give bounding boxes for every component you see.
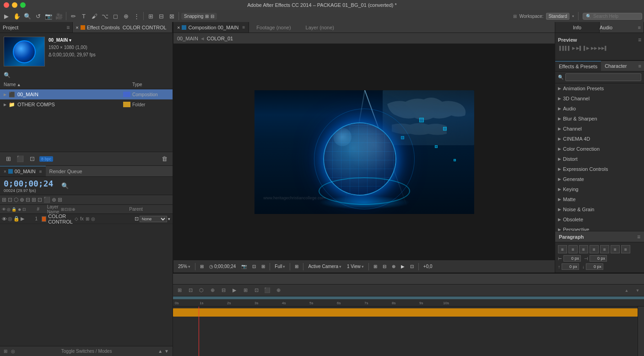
effect-cinema4d[interactable]: ▶ CINEMA 4D bbox=[555, 134, 644, 144]
align-justify-left-btn[interactable]: ≡ bbox=[590, 245, 599, 253]
lock-icon[interactable]: 🔒 bbox=[13, 216, 20, 222]
indent-right-input[interactable] bbox=[590, 255, 607, 262]
tl-tool-9[interactable]: ⬛ bbox=[263, 286, 272, 295]
parent-dropdown[interactable]: ▾ bbox=[168, 217, 170, 221]
motion-blur-btn[interactable]: ⊟ bbox=[381, 263, 388, 270]
effect-animation-presets[interactable]: ▶ Animation Presets bbox=[555, 83, 644, 93]
lc-icon-6[interactable]: ⊞ bbox=[32, 197, 36, 203]
render-queue-tab[interactable]: Render Queue bbox=[46, 166, 86, 176]
align-center-btn[interactable]: ≡ bbox=[568, 245, 578, 253]
tool-puppet[interactable]: ⋮ bbox=[132, 11, 141, 21]
zoom-control[interactable]: 25% ▾ bbox=[176, 263, 192, 270]
info-tab[interactable]: Info bbox=[555, 22, 600, 33]
project-item-00main[interactable]: ▶ ⬛ 00_MAIN Composition bbox=[0, 89, 173, 99]
tool-camera2[interactable]: 🎥 bbox=[54, 11, 64, 21]
tl-tool-2[interactable]: ⊡ bbox=[186, 286, 195, 295]
layer-bar-color-control[interactable] bbox=[173, 308, 638, 317]
tool-zoom[interactable]: 🔍 bbox=[23, 11, 32, 21]
effect-obsolete[interactable]: ▶ Obsolete bbox=[555, 214, 644, 225]
tool-camera[interactable]: 📷 bbox=[44, 11, 53, 21]
effect-noise-grain[interactable]: ▶ Noise & Grain bbox=[555, 204, 644, 214]
tl-close-btn[interactable]: × bbox=[4, 169, 6, 174]
camera-dropdown[interactable]: ▾ bbox=[339, 264, 341, 269]
zoom-dropdown[interactable]: ▾ bbox=[188, 264, 190, 269]
effects-presets-tab[interactable]: Effects & Presets bbox=[555, 61, 601, 71]
effect-3d-channel[interactable]: ▶ 3D Channel bbox=[555, 93, 644, 104]
layer-blend-icon[interactable]: ◎ bbox=[91, 216, 95, 221]
import-btn[interactable]: ⊡ bbox=[27, 154, 37, 164]
lc-icon-3[interactable]: ⬡ bbox=[14, 197, 18, 203]
effect-expression-controls[interactable]: ▶ Expression Controls bbox=[555, 164, 644, 174]
tl-tool-10[interactable]: ⊕ bbox=[274, 286, 283, 295]
audio-menu[interactable]: ≡ bbox=[635, 25, 644, 30]
maximize-button[interactable] bbox=[20, 2, 26, 8]
snapshot-btn[interactable]: 📷 bbox=[239, 263, 249, 270]
timecode-display[interactable]: ◷ 0;00;00;24 bbox=[207, 263, 238, 270]
search-bar[interactable]: 🔍 bbox=[583, 13, 642, 20]
effect-blur-sharpen[interactable]: ▶ Blur & Sharpen bbox=[555, 114, 644, 124]
layer-name[interactable]: COLOR CONTROL bbox=[48, 214, 73, 225]
breadcrumb-00main[interactable]: 00_MAIN bbox=[177, 36, 198, 41]
tool-roto[interactable]: ⊕ bbox=[121, 11, 130, 21]
tl-tool-1[interactable]: ⊞ bbox=[175, 286, 184, 295]
tl-tool-8[interactable]: ⊡ bbox=[252, 286, 261, 295]
minimize-button[interactable] bbox=[12, 2, 17, 8]
eye-icon[interactable]: 👁 bbox=[2, 216, 7, 222]
layer-key-icon[interactable]: ◇ bbox=[75, 216, 78, 221]
delete-btn[interactable]: 🗑 bbox=[160, 154, 169, 164]
effect-audio[interactable]: ▶ Audio bbox=[555, 104, 644, 114]
tl-vscroll-down[interactable]: ▼ bbox=[633, 286, 642, 295]
composition-viewer[interactable]: www.heritagechristiancollege.com bbox=[173, 44, 555, 260]
tl-tool-5[interactable]: ⊟ bbox=[219, 286, 228, 295]
lc-icon-4[interactable]: ⊕ bbox=[20, 197, 24, 203]
effects-menu[interactable]: ≡ bbox=[639, 63, 644, 69]
snapping-toggle[interactable]: Snapping ⊞ ⊟ bbox=[181, 13, 217, 20]
tl-footer-icon4[interactable]: ▼ bbox=[164, 349, 169, 354]
resolution-btn[interactable]: ⊞ bbox=[293, 263, 300, 270]
comp-tab-close[interactable]: × bbox=[177, 25, 180, 30]
view-count-dropdown[interactable]: ▾ bbox=[362, 264, 364, 269]
tl-footer-icon3[interactable]: ▲ bbox=[158, 349, 162, 354]
fast-preview-btn[interactable]: ⊡ bbox=[408, 263, 416, 270]
toggle-switches-label[interactable]: Toggle Switches / Modes bbox=[61, 349, 112, 354]
tool-rotate[interactable]: ↺ bbox=[33, 11, 43, 21]
lc-icon-2[interactable]: ⊡ bbox=[8, 197, 12, 203]
tool-hand[interactable]: ✋ bbox=[12, 11, 22, 21]
view-options-btn[interactable]: ⊞ bbox=[198, 263, 206, 270]
new-comp-btn[interactable]: ⬛ bbox=[16, 154, 25, 164]
space-after-input[interactable] bbox=[586, 263, 603, 270]
sort-arrow[interactable]: ▲ bbox=[17, 82, 21, 87]
tool-align3[interactable]: ⊠ bbox=[167, 11, 176, 21]
tl-tab-menu[interactable]: ≡ bbox=[39, 169, 42, 174]
effect-perspective[interactable]: ▶ Perspective bbox=[555, 225, 644, 231]
effect-matte[interactable]: ▶ Matte bbox=[555, 194, 644, 204]
tl-right-scrollbar[interactable] bbox=[638, 307, 644, 356]
tool-clone[interactable]: ⌥ bbox=[100, 11, 109, 21]
timeline-ruler[interactable]: 0s 1s 2s 3s 4s 5s 6s 7s 8s 9s 10s bbox=[173, 296, 644, 307]
tool-eraser[interactable]: ◻ bbox=[111, 11, 120, 21]
preview-menu[interactable]: ≡ bbox=[638, 37, 641, 43]
project-tab[interactable]: Project ≡ bbox=[0, 22, 73, 33]
tool-select[interactable]: ▶ bbox=[2, 11, 11, 21]
layer-row-color-control[interactable]: 👁 ◎ 🔒 ▶ 1 COLOR CONTROL ◇ fx ⊞ ◎ bbox=[0, 214, 173, 224]
tl-footer-icon1[interactable]: ⊞ bbox=[4, 349, 7, 354]
solo-icon[interactable]: ◎ bbox=[8, 216, 12, 222]
search-timeline-btn[interactable]: 🔍 bbox=[60, 181, 70, 191]
tool-pen[interactable]: ✏ bbox=[69, 11, 78, 21]
tl-vscroll-up[interactable]: ▲ bbox=[622, 286, 631, 295]
effects-search-input[interactable] bbox=[565, 73, 641, 81]
new-folder-btn[interactable]: ⊞ bbox=[4, 154, 13, 164]
bpc-badge[interactable]: 8 bpc bbox=[39, 156, 53, 162]
view-count-select[interactable]: 1 View ▾ bbox=[345, 263, 366, 270]
transparency-btn[interactable]: ⊞ bbox=[260, 263, 267, 270]
region-btn[interactable]: ⊡ bbox=[250, 263, 258, 270]
quality-dropdown[interactable]: ▾ bbox=[283, 264, 285, 269]
tool-brush[interactable]: 🖌 bbox=[90, 11, 99, 21]
align-right-btn[interactable]: ≡ bbox=[579, 245, 588, 253]
current-timecode[interactable]: 0;00;00;24 bbox=[4, 179, 53, 188]
tl-tool-4[interactable]: ⊕ bbox=[208, 286, 217, 295]
timeline-main-tab[interactable]: × 00_MAIN ≡ bbox=[0, 166, 46, 176]
layer-3d-icon[interactable]: ⊞ bbox=[86, 216, 89, 221]
quality-select[interactable]: Full ▾ bbox=[273, 263, 287, 270]
align-justify-all-btn[interactable]: ≡ bbox=[621, 245, 630, 253]
